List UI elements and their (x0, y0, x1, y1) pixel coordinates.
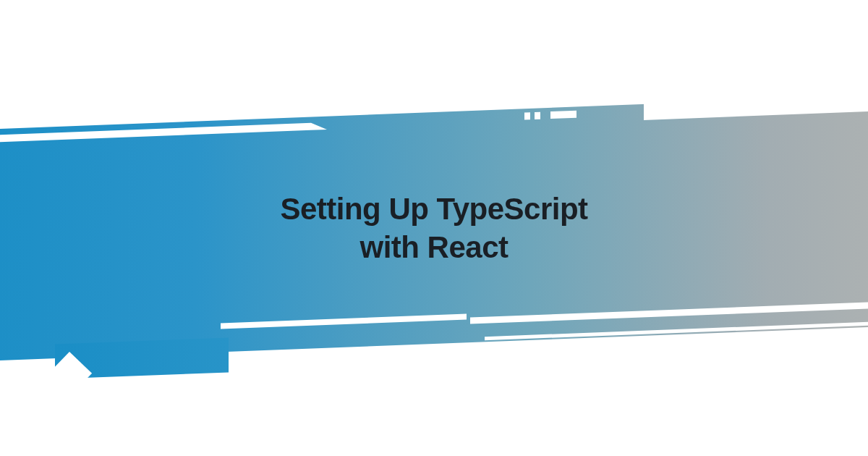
title-container: Setting Up TypeScript with React (280, 190, 587, 266)
decorative-ticks (524, 108, 581, 123)
title-line-1: Setting Up TypeScript (280, 192, 587, 226)
title-line-2: with React (359, 229, 508, 263)
